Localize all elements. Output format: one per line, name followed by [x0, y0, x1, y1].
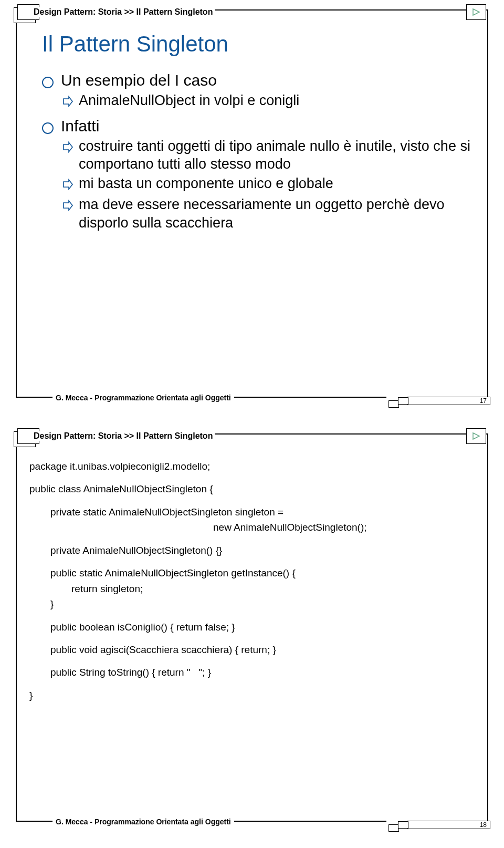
breadcrumb-bar: Design Pattern: Storia >> Il Pattern Sin… — [32, 428, 478, 444]
arrow-right-icon — [62, 198, 74, 216]
code-line: private AnimaleNullObjectSingleton() {} — [29, 543, 475, 558]
page-number-decor: 18 — [386, 821, 490, 829]
code-line: new AnimaleNullObjectSingleton(); — [29, 520, 475, 535]
code-line: public void agisci(Scacchiera scacchiera… — [29, 642, 475, 657]
code-line: public static AnimaleNullObjectSingleton… — [29, 565, 475, 581]
slide-1: Design Pattern: Storia >> Il Pattern Sin… — [0, 0, 504, 424]
small-box-front — [398, 821, 408, 829]
footer-text: G. Mecca - Programmazione Orientata agli… — [52, 394, 234, 402]
bullet-text: ma deve essere necessariamente un oggett… — [79, 195, 472, 232]
bullet-level2: mi basta un componente unico e globale — [62, 174, 472, 195]
arrow-right-icon — [62, 177, 74, 195]
slide-2: Design Pattern: Storia >> Il Pattern Sin… — [0, 424, 504, 848]
code-line: private static AnimaleNullObjectSingleto… — [29, 504, 475, 520]
slide-title: Il Pattern Singleton — [42, 32, 472, 57]
small-box-front — [398, 397, 408, 405]
code-line: return singleton; — [29, 581, 475, 596]
bullet-text: costruire tanti oggetti di tipo animale … — [79, 137, 472, 173]
bullet-text: Un esempio del I caso — [61, 71, 217, 89]
breadcrumb-bar: Design Pattern: Storia >> Il Pattern Sin… — [32, 4, 478, 20]
bullet-text: AnimaleNullObject in volpi e conigli — [79, 91, 299, 110]
bullet-text: mi basta un componente unico e globale — [79, 174, 333, 193]
breadcrumb-text: Design Pattern: Storia >> Il Pattern Sin… — [32, 431, 215, 441]
code-line: public boolean isConiglio() { return fal… — [29, 619, 475, 635]
bullet-level2: costruire tanti oggetti di tipo animale … — [62, 137, 472, 173]
circle-bullet-icon — [42, 77, 54, 88]
footer-text: G. Mecca - Programmazione Orientata agli… — [52, 818, 234, 826]
breadcrumb-text: Design Pattern: Storia >> Il Pattern Sin… — [32, 7, 215, 17]
small-box-back — [388, 400, 399, 408]
bullet-text: Infatti — [61, 117, 99, 135]
code-line: } — [29, 688, 475, 703]
arrow-right-icon — [62, 94, 74, 112]
page-number: 18 — [480, 821, 487, 829]
code-line: public class AnimaleNullObjectSingleton … — [29, 481, 475, 497]
bullet-level2: AnimaleNullObject in volpi e conigli — [62, 91, 472, 112]
page-number-decor: 17 — [386, 397, 490, 405]
arrow-right-icon — [62, 139, 74, 158]
code-line: public String toString() { return " "; } — [29, 665, 475, 680]
bullet-level2: ma deve essere necessariamente un oggett… — [62, 195, 472, 232]
slide-body: Il Pattern Singleton Un esempio del I ca… — [42, 32, 472, 387]
page-number-box: 17 — [407, 397, 490, 405]
code-line: package it.unibas.volpieconigli2.modello… — [29, 459, 475, 474]
circle-bullet-icon — [42, 122, 54, 134]
bullet-level1: Infatti — [42, 117, 472, 135]
bullet-level1: Un esempio del I caso — [42, 71, 472, 89]
page-number: 17 — [480, 397, 487, 405]
page-number-box: 18 — [407, 821, 490, 829]
code-line: } — [29, 596, 475, 612]
small-box-back — [388, 824, 399, 832]
code-block: package it.unibas.volpieconigli2.modello… — [29, 459, 475, 811]
